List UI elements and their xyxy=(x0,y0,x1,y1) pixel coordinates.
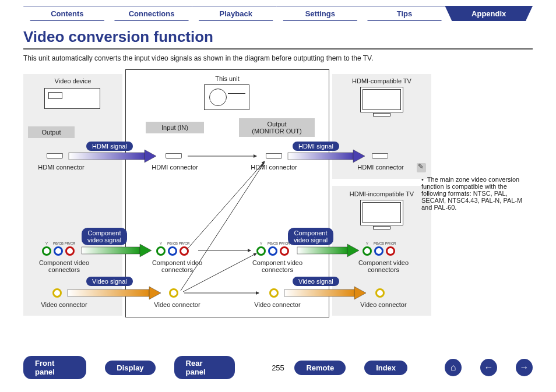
tab-contents[interactable]: Contents xyxy=(23,6,111,21)
tab-settings[interactable]: Settings xyxy=(276,6,364,21)
component-ports-in: Y PB/CB PR/CR xyxy=(156,246,189,256)
note-area: The main zone video conversion function … xyxy=(417,163,533,211)
signal-component-2: Componentvideo signal xyxy=(288,228,333,245)
video-port-tv xyxy=(375,288,385,298)
signal-hdmi-1: HDMI signal xyxy=(86,142,133,151)
label-video-2: Video connector xyxy=(142,301,212,308)
av-receiver-icon xyxy=(204,84,249,110)
hdmi-port-in xyxy=(166,153,182,159)
pill-monitor-out-l1: Output xyxy=(267,121,286,128)
signal-hdmi-2: HDMI signal xyxy=(293,142,339,151)
signal-component-1: Componentvideo signal xyxy=(82,228,127,245)
signal-video-2: Video signal xyxy=(293,277,339,286)
label-hdmi-connector-4: HDMI connector xyxy=(343,164,418,171)
tab-playback[interactable]: Playback xyxy=(192,6,280,21)
bottom-nav: Front panel Display Rear panel Remote In… xyxy=(23,356,533,379)
btn-rear-panel[interactable]: Rear panel xyxy=(174,356,235,379)
pill-output: Output xyxy=(28,126,75,138)
pencil-icon xyxy=(417,163,426,172)
label-component-4: Component video connectors xyxy=(349,259,418,273)
pill-monitor-out-l2: (MONITOR OUT) xyxy=(252,128,301,135)
label-component-1: Component video connectors xyxy=(29,259,99,273)
non-hdmi-tv-icon xyxy=(360,200,403,230)
label-hdmi-tv: HDMI-compatible TV xyxy=(332,77,431,84)
btn-front-panel[interactable]: Front panel xyxy=(23,356,86,379)
btn-display[interactable]: Display xyxy=(105,361,155,375)
label-video-device: Video device xyxy=(23,77,122,84)
tab-appendix[interactable]: Appendix xyxy=(445,6,533,21)
intro-text: This unit automatically converts the inp… xyxy=(23,54,533,62)
pill-monitor-out: Output (MONITOR OUT) xyxy=(239,118,315,137)
home-icon[interactable]: ⌂ xyxy=(445,359,462,376)
tab-connections[interactable]: Connections xyxy=(108,6,196,21)
page-title: Video conversion function xyxy=(23,28,533,46)
top-tab-bar: Contents Connections Playback Settings T… xyxy=(0,0,556,21)
hdmi-port-source xyxy=(47,153,63,159)
hdmi-port-tv xyxy=(372,153,388,159)
video-port-out xyxy=(269,288,279,298)
video-port-in xyxy=(169,288,178,298)
label-hdmi-connector-1: HDMI connector xyxy=(23,164,99,171)
label-component-2: Component video connectors xyxy=(142,259,212,273)
label-hdmi-connector-3: HDMI connector xyxy=(239,164,309,171)
label-video-4: Video connector xyxy=(349,301,418,308)
label-component-3: Component video connectors xyxy=(242,259,312,273)
signal-video-1: Video signal xyxy=(86,277,133,286)
video-port-source xyxy=(52,288,62,298)
video-device-icon xyxy=(44,88,100,109)
label-hdmi-connector-2: HDMI connector xyxy=(140,164,210,171)
label-video-1: Video connector xyxy=(29,301,99,308)
pill-input-in: Input (IN) xyxy=(146,122,204,133)
btn-remote[interactable]: Remote xyxy=(294,361,346,375)
label-video-3: Video connector xyxy=(242,301,312,308)
component-ports-source: Y PB/CB PR/CR xyxy=(42,246,75,256)
hdmi-port-out xyxy=(266,153,282,159)
next-icon[interactable]: → xyxy=(516,359,533,376)
btn-index[interactable]: Index xyxy=(364,361,407,375)
tab-tips[interactable]: Tips xyxy=(361,6,449,21)
hdmi-tv-icon xyxy=(360,87,403,117)
note-bullet: The main zone video conversion function … xyxy=(421,176,533,211)
label-this-unit: This unit xyxy=(125,75,329,82)
component-ports-out: Y PB/CB PR/CR xyxy=(256,246,289,256)
component-ports-tv: Y PB/CB PR/CR xyxy=(363,246,395,256)
prev-icon[interactable]: ← xyxy=(480,359,497,376)
title-row: Video conversion function xyxy=(23,28,533,50)
